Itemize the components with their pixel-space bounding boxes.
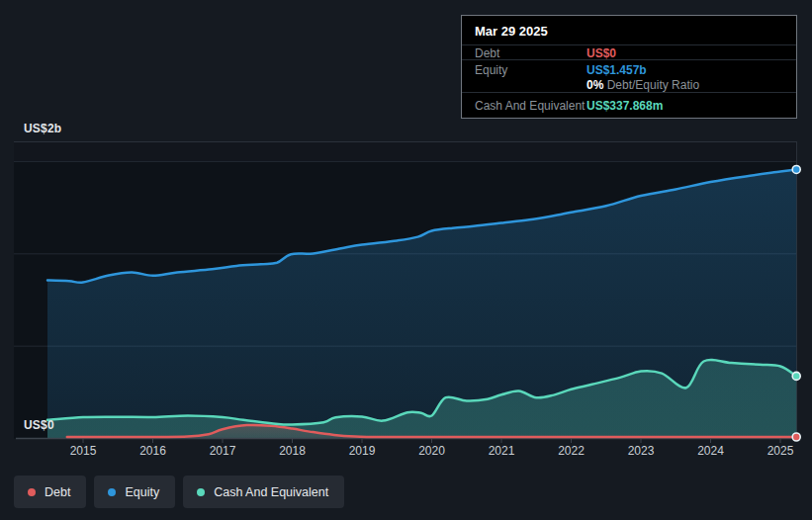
debt-endpoint-marker	[792, 433, 800, 441]
x-tick-label-2024: 2024	[697, 444, 724, 458]
equity-legend-dot-icon	[108, 488, 116, 496]
x-tick-label-2021: 2021	[489, 444, 515, 458]
chart-tooltip: Mar 29 2025 Debt US$0 Equity US$1.457b 0…	[461, 15, 797, 119]
legend-label: Debt	[45, 485, 70, 499]
debt-legend-dot-icon	[28, 488, 36, 496]
tooltip-cash-label: Cash And Equivalent	[475, 99, 585, 113]
legend-label: Equity	[125, 485, 159, 499]
x-tick-label-2017: 2017	[210, 444, 236, 458]
x-tick-label-2022: 2022	[558, 444, 585, 458]
legend-item-cash[interactable]: Cash And Equivalent	[183, 476, 344, 508]
equity-endpoint-marker	[792, 165, 800, 173]
tooltip-equity-label: Equity	[475, 63, 507, 77]
tooltip-debt-value: US$0	[586, 46, 616, 60]
debt-equity-history-chart: US$2b US$0 20152016201720182019202020212…	[0, 0, 812, 520]
cash-legend-dot-icon	[197, 488, 205, 496]
x-tick-label-2020: 2020	[418, 444, 445, 458]
x-tick-label-2016: 2016	[139, 444, 166, 458]
tooltip-divider	[462, 92, 796, 93]
tooltip-cash-value: US$337.868m	[586, 99, 663, 113]
x-tick-label-2023: 2023	[628, 444, 655, 458]
legend-item-debt[interactable]: Debt	[14, 476, 86, 508]
x-tick-label-2015: 2015	[70, 444, 97, 458]
tooltip-divider	[462, 59, 796, 60]
tooltip-equity-value: US$1.457b	[586, 63, 647, 77]
legend-item-equity[interactable]: Equity	[94, 476, 175, 508]
legend-label: Cash And Equivalent	[214, 485, 328, 499]
x-tick-label-2019: 2019	[349, 444, 376, 458]
x-axis: 2015201620172018201920202021202220232024…	[0, 444, 812, 460]
cash-endpoint-marker	[792, 372, 800, 380]
tooltip-debt-equity-ratio: 0% Debt/Equity Ratio	[586, 78, 699, 92]
tooltip-divider	[462, 44, 796, 45]
chart-legend: DebtEquityCash And Equivalent	[14, 476, 344, 508]
tooltip-ratio-caption: Debt/Equity Ratio	[607, 78, 699, 92]
tooltip-ratio-percent: 0%	[586, 78, 603, 92]
y-axis-label-0: US$0	[24, 418, 54, 432]
x-tick-label-2018: 2018	[279, 444, 306, 458]
tooltip-debt-label: Debt	[475, 46, 499, 60]
x-tick-label-2025: 2025	[767, 444, 794, 458]
y-axis-label-2b: US$2b	[24, 122, 61, 135]
tooltip-date: Mar 29 2025	[475, 24, 548, 39]
